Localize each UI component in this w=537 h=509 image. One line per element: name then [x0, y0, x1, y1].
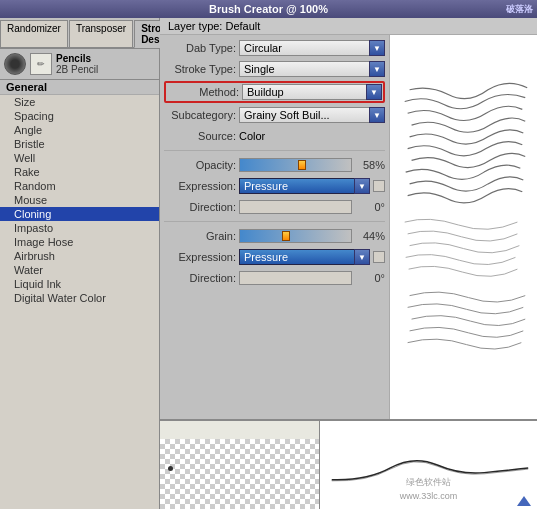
category-item-impasto[interactable]: Impasto [0, 221, 159, 235]
stroke-type-dropdown[interactable]: Single ▼ [239, 61, 385, 77]
opacity-row: Opacity: 58% [164, 156, 385, 174]
subcategory-value: Grainy Soft Buil... [239, 107, 385, 123]
layer-type-label: Layer type: Default [168, 20, 260, 32]
expression2-value: Pressure [239, 249, 370, 265]
watermark-text: 破落洛 [506, 3, 533, 16]
expression2-label: Expression: [164, 251, 236, 263]
bottom-left-preview [160, 421, 320, 509]
category-item-rake[interactable]: Rake [0, 165, 159, 179]
dab-type-dropdown[interactable]: Circular ▼ [239, 40, 385, 56]
method-arrow[interactable]: ▼ [366, 84, 382, 100]
direction2-row: Direction: 0° [164, 269, 385, 287]
layer-type-bar: Layer type: Default [160, 18, 537, 35]
category-header: General [0, 80, 159, 95]
category-item-size[interactable]: Size [0, 95, 159, 109]
main-container: Randomizer Transposer Stroke Designer ✏ … [0, 18, 537, 509]
brush-preview: ✏ Pencils 2B Pencil [0, 49, 159, 80]
category-list: General Size Spacing Angle Bristle Well … [0, 80, 159, 509]
bottom-stroke-svg [320, 421, 537, 509]
category-item-bristle[interactable]: Bristle [0, 137, 159, 151]
category-item-well[interactable]: Well [0, 151, 159, 165]
subcategory-row: Subcategory: Grainy Soft Buil... ▼ [164, 106, 385, 124]
checkerboard-bg [160, 439, 319, 509]
subcategory-dropdown[interactable]: Grainy Soft Buil... ▼ [239, 107, 385, 123]
left-panel: Randomizer Transposer Stroke Designer ✏ … [0, 18, 160, 509]
method-label: Method: [167, 86, 239, 98]
category-item-water[interactable]: Water [0, 263, 159, 277]
title-bar: Brush Creator @ 100% 破落洛 [0, 0, 537, 18]
tab-transposer[interactable]: Transposer [69, 20, 133, 47]
grain-thumb[interactable] [282, 231, 290, 241]
category-item-spacing[interactable]: Spacing [0, 109, 159, 123]
stroke-svg [390, 35, 537, 419]
direction1-slider[interactable] [239, 200, 352, 214]
method-dropdown[interactable]: Buildup ▼ [242, 84, 382, 100]
expression1-checkbox[interactable] [373, 180, 385, 192]
method-value: Buildup [242, 84, 382, 100]
stroke-type-arrow[interactable]: ▼ [369, 61, 385, 77]
direction2-label: Direction: [164, 272, 236, 284]
direction1-row: Direction: 0° [164, 198, 385, 216]
category-item-angle[interactable]: Angle [0, 123, 159, 137]
expression2-checkbox[interactable] [373, 251, 385, 263]
stroke-preview-area [390, 35, 537, 419]
direction2-value: 0° [355, 272, 385, 284]
dab-type-row: Dab Type: Circular ▼ [164, 39, 385, 57]
bottom-preview: 绿色软件站 www.33lc.com [160, 419, 537, 509]
bottom-stroke-preview: 绿色软件站 www.33lc.com [320, 421, 537, 509]
source-label: Source: [164, 130, 236, 142]
category-item-liquid-ink[interactable]: Liquid Ink [0, 277, 159, 291]
expression2-dropdown[interactable]: Pressure ▼ [239, 249, 370, 265]
tab-bar: Randomizer Transposer Stroke Designer [0, 18, 159, 49]
expression1-arrow[interactable]: ▼ [354, 178, 370, 194]
method-row: Method: Buildup ▼ [164, 81, 385, 103]
preview-dot [168, 466, 173, 471]
expression2-arrow[interactable]: ▼ [354, 249, 370, 265]
category-item-airbrush[interactable]: Airbrush [0, 249, 159, 263]
category-item-digital-water-color[interactable]: Digital Water Color [0, 291, 159, 305]
stroke-type-label: Stroke Type: [164, 63, 236, 75]
direction2-slider[interactable] [239, 271, 352, 285]
dab-type-arrow[interactable]: ▼ [369, 40, 385, 56]
category-item-mouse[interactable]: Mouse [0, 193, 159, 207]
category-item-random[interactable]: Random [0, 179, 159, 193]
dab-type-value: Circular [239, 40, 385, 56]
stroke-type-value: Single [239, 61, 385, 77]
expression1-dropdown[interactable]: Pressure ▼ [239, 178, 370, 194]
expression2-row: Expression: Pressure ▼ [164, 248, 385, 266]
grain-value: 44% [355, 230, 385, 242]
category-item-image-hose[interactable]: Image Hose [0, 235, 159, 249]
subcategory-arrow[interactable]: ▼ [369, 107, 385, 123]
category-item-cloning[interactable]: Cloning [0, 207, 159, 221]
separator-1 [164, 150, 385, 151]
brush-icon-pencil: ✏ [30, 53, 52, 75]
separator-2 [164, 221, 385, 222]
direction1-value: 0° [355, 201, 385, 213]
bottom-arrow-icon [517, 496, 531, 506]
grain-label: Grain: [164, 230, 236, 242]
subcategory-label: Subcategory: [164, 109, 236, 121]
brush-category: Pencils [56, 53, 98, 64]
expression1-value: Pressure [239, 178, 370, 194]
source-value: Color [239, 130, 265, 142]
grain-row: Grain: 44% [164, 227, 385, 245]
opacity-slider[interactable] [239, 158, 352, 172]
grain-slider[interactable] [239, 229, 352, 243]
expression1-label: Expression: [164, 180, 236, 192]
dab-type-label: Dab Type: [164, 42, 236, 54]
right-panel: Layer type: Default Dab Type: Circular ▼… [160, 18, 537, 509]
opacity-label: Opacity: [164, 159, 236, 171]
tab-randomizer[interactable]: Randomizer [0, 20, 68, 47]
content-area: Dab Type: Circular ▼ Stroke Type: Single… [160, 35, 537, 419]
app-title: Brush Creator @ 100% [209, 3, 328, 15]
stroke-type-row: Stroke Type: Single ▼ [164, 60, 385, 78]
brush-name: 2B Pencil [56, 64, 98, 75]
opacity-value: 58% [355, 159, 385, 171]
brush-icon-round [4, 53, 26, 75]
direction1-label: Direction: [164, 201, 236, 213]
brush-names: Pencils 2B Pencil [56, 53, 98, 75]
expression1-row: Expression: Pressure ▼ [164, 177, 385, 195]
settings-panel: Dab Type: Circular ▼ Stroke Type: Single… [160, 35, 390, 419]
opacity-thumb[interactable] [298, 160, 306, 170]
source-row: Source: Color [164, 127, 385, 145]
